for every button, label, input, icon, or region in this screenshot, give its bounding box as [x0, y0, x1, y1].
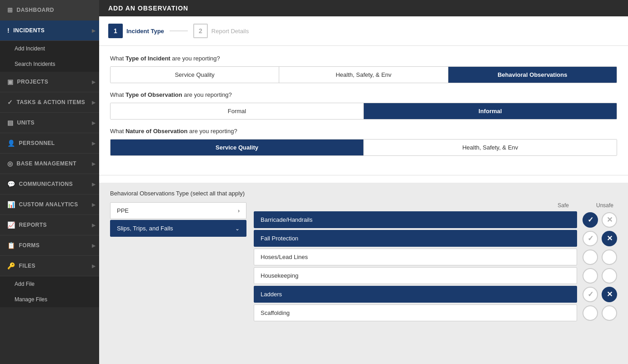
sidebar-item-custom-analytics[interactable]: 📊 CUSTOM ANALYTICS ▶: [0, 194, 99, 215]
sidebar-label-tasks: TASKS & ACTION ITEMS: [17, 99, 85, 105]
step-2[interactable]: 2 Report Details: [193, 24, 249, 38]
obs-subitems: Safe Unsafe Barricade/Handrails ✓ ✕ Fall…: [254, 202, 617, 323]
sidebar-label-reports: REPORTS: [19, 222, 47, 228]
sidebar-item-forms[interactable]: 📋 FORMS ▶: [0, 235, 99, 256]
fall-protection-unsafe-btn[interactable]: ✕: [602, 231, 617, 246]
fall-protection-safe-btn[interactable]: ✓: [583, 231, 598, 246]
question-incident-type: What Type of Incident are you reporting?…: [110, 55, 617, 83]
obs-subitem-barricade: Barricade/Handrails ✓ ✕: [254, 211, 617, 228]
chevron-right-icon-files: ▶: [92, 264, 96, 269]
sidebar-item-dashboard[interactable]: ⊞ DASHBOARD: [0, 0, 99, 20]
btn-formal[interactable]: Formal: [111, 103, 364, 119]
btn-informal[interactable]: Informal: [364, 103, 617, 119]
files-icon: 🔑: [7, 262, 15, 269]
obs-cat-slips[interactable]: Slips, Trips, and Falls ⌄: [110, 220, 246, 237]
sidebar-item-personnel[interactable]: 👤 PERSONNEL ▶: [0, 133, 99, 154]
hoses-unsafe-btn[interactable]: [602, 249, 617, 265]
projects-icon: ▣: [7, 78, 14, 85]
dashboard-icon: ⊞: [7, 6, 13, 14]
nature-type-group: Service Quality Health, Safety, & Env: [110, 139, 617, 156]
sidebar-item-incidents[interactable]: ! INCIDENTS ▶: [0, 20, 99, 41]
sidebar-item-communications[interactable]: 💬 COMMUNICATIONS ▶: [0, 174, 99, 194]
sidebar-label-search-incidents: Search Incidents: [15, 61, 55, 67]
chevron-right-icon-projects: ▶: [92, 80, 96, 85]
sidebar-item-manage-files[interactable]: Manage Files: [0, 292, 99, 307]
sidebar-item-files[interactable]: 🔑 FILES ▶: [0, 256, 99, 276]
units-icon: ▤: [7, 119, 14, 126]
step-1[interactable]: 1 Incident Type: [108, 24, 164, 38]
scaffolding-unsafe-btn[interactable]: [602, 305, 617, 321]
observations-layout: PPE › Slips, Trips, and Falls ⌄ Safe Uns…: [110, 202, 617, 323]
base-management-icon: ◎: [7, 160, 13, 167]
chevron-right-icon-base: ▶: [92, 161, 96, 166]
unsafe-header-label: Unsafe: [596, 202, 613, 209]
sidebar-label-forms: FORMS: [19, 242, 40, 249]
obs-cat-ppe[interactable]: PPE ›: [110, 202, 246, 219]
main-content: ADD AN OBSERVATION 1 Incident Type 2 Rep…: [99, 0, 628, 364]
incidents-icon: !: [7, 27, 10, 34]
page-header: ADD AN OBSERVATION: [99, 0, 628, 16]
sidebar-item-projects[interactable]: ▣ PROJECTS ▶: [0, 72, 99, 92]
obs-subitem-scaffolding-label[interactable]: Scaffolding: [254, 304, 577, 321]
ladders-unsafe-btn[interactable]: ✕: [602, 287, 617, 302]
sidebar-item-tasks[interactable]: ✓ TASKS & ACTION ITEMS ▶: [0, 92, 99, 113]
sidebar-label-dashboard: DASHBOARD: [17, 7, 55, 13]
obs-subitem-hoses-label[interactable]: Hoses/Lead Lines: [254, 249, 577, 265]
obs-subitem-barricade-actions: ✓ ✕: [583, 212, 617, 228]
obs-subitem-barricade-label[interactable]: Barricade/Handrails: [254, 211, 577, 228]
chevron-right-icon-tasks: ▶: [92, 100, 96, 105]
btn-nature-service-quality[interactable]: Service Quality: [111, 140, 364, 155]
personnel-icon: 👤: [7, 140, 15, 147]
step-1-label: Incident Type: [126, 28, 164, 35]
step-2-number: 2: [193, 24, 208, 38]
form-body: What Type of Incident are you reporting?…: [99, 46, 628, 173]
chevron-right-icon-ppe: ›: [238, 208, 240, 214]
obs-subitem-scaffolding: Scaffolding: [254, 304, 617, 321]
btn-service-quality[interactable]: Service Quality: [111, 67, 279, 83]
observation-type-group: Formal Informal: [110, 103, 617, 120]
sidebar-item-search-incidents[interactable]: Search Incidents: [0, 56, 99, 72]
observations-title: Behavioral Observations Type (select all…: [110, 190, 617, 197]
housekeeping-unsafe-btn[interactable]: [602, 268, 617, 284]
section-divider: [99, 175, 628, 175]
sidebar-label-manage-files: Manage Files: [15, 296, 47, 303]
incident-type-group: Service Quality Health, Safety, & Env Be…: [110, 66, 617, 83]
page-title: ADD AN OBSERVATION: [108, 5, 188, 12]
sidebar-label-communications: COMMUNICATIONS: [19, 181, 73, 187]
obs-cat-ppe-label: PPE: [117, 207, 129, 214]
obs-subitem-ladders-label[interactable]: Ladders: [254, 286, 577, 303]
housekeeping-safe-btn[interactable]: [583, 268, 598, 284]
sidebar-label-files: FILES: [19, 263, 36, 269]
sidebar-item-add-file[interactable]: Add File: [0, 276, 99, 292]
obs-sub-header: Safe Unsafe: [254, 202, 617, 211]
observations-section: Behavioral Observations Type (select all…: [99, 183, 628, 364]
ladders-safe-btn[interactable]: ✓: [583, 287, 598, 302]
step-2-label: Report Details: [211, 28, 249, 35]
sidebar-label-projects: PROJECTS: [17, 79, 49, 85]
chevron-right-icon-analytics: ▶: [92, 202, 96, 207]
hoses-safe-btn[interactable]: [583, 249, 598, 265]
chevron-right-icon-forms: ▶: [92, 243, 96, 248]
btn-nature-health-safety[interactable]: Health, Safety, & Env: [364, 140, 617, 155]
sidebar-item-base-management[interactable]: ◎ BASE MANAGEMENT ▶: [0, 154, 99, 174]
btn-behavioral-observations[interactable]: Behavioral Observations: [448, 67, 617, 83]
step-1-number: 1: [108, 24, 123, 38]
reports-icon: 📈: [7, 221, 15, 229]
scaffolding-safe-btn[interactable]: [583, 305, 598, 321]
chevron-right-icon-personnel: ▶: [92, 141, 96, 146]
obs-subitem-scaffolding-actions: [583, 305, 617, 321]
barricade-safe-btn[interactable]: ✓: [583, 212, 598, 228]
obs-cat-slips-label: Slips, Trips, and Falls: [117, 225, 173, 232]
question-incident-type-text: What Type of Incident are you reporting?: [110, 55, 617, 62]
chevron-right-icon-reports: ▶: [92, 223, 96, 228]
obs-subitem-fall-protection-label[interactable]: Fall Protection: [254, 230, 577, 247]
sidebar-item-reports[interactable]: 📈 REPORTS ▶: [0, 215, 99, 235]
obs-subitem-housekeeping-label[interactable]: Housekeeping: [254, 267, 577, 284]
sidebar-label-custom-analytics: CUSTOM ANALYTICS: [19, 201, 78, 208]
sidebar-item-add-incident[interactable]: Add Incident: [0, 41, 99, 56]
btn-health-safety-env[interactable]: Health, Safety, & Env: [279, 67, 448, 83]
barricade-unsafe-btn[interactable]: ✕: [602, 212, 617, 228]
sidebar-item-units[interactable]: ▤ UNITS ▶: [0, 113, 99, 133]
step-separator: [170, 30, 188, 31]
tasks-icon: ✓: [7, 99, 13, 106]
